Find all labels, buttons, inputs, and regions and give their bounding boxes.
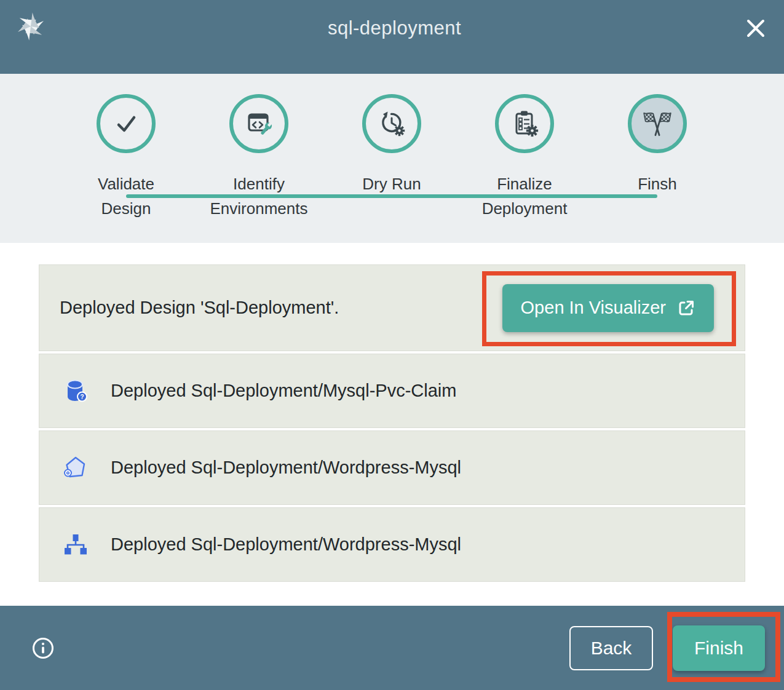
close-button[interactable] [743,16,768,41]
svg-text:?: ? [80,394,84,400]
info-icon [31,636,55,660]
info-button[interactable] [31,636,55,660]
deployed-item-text: Deployed Sql-Deployment/Wordpress-Mysql [111,534,461,555]
modal-header: sql-deployment [0,0,784,74]
modal-footer: Back Finish [0,606,784,690]
wizard-stepper: Validate Design [0,74,784,243]
close-icon [743,16,768,41]
sql-deployment-modal: sql-deployment Validate Design [0,0,784,690]
modal-title: sql-deployment [46,17,743,39]
check-icon [111,109,141,138]
deployment-results: Deployed Design 'Sql-Deployment'. Open I… [0,243,784,606]
deployed-design-row: Deployed Design 'Sql-Deployment'. Open I… [39,264,745,351]
hierarchy-icon [61,531,90,559]
checkered-flags-icon [642,108,673,139]
step-label: Finsh [638,172,677,196]
step-validate-design: Validate Design [60,74,192,243]
open-in-visualizer-button[interactable]: Open In Visualizer [502,284,714,332]
deployed-design-text: Deployed Design 'Sql-Deployment'. [60,298,339,318]
history-gear-icon [377,109,406,138]
deployed-item-row: Deployed Sql-Deployment/Wordpress-Mysql [39,430,745,505]
pentagon-icon [61,454,90,482]
external-link-icon [677,299,695,317]
deployed-item-text: Deployed Sql-Deployment/Wordpress-Mysql [111,458,461,478]
code-wrench-icon [244,109,274,138]
step-label: Dry Run [362,172,421,196]
finish-button[interactable]: Finish [673,625,765,671]
step-finalize-deployment: Finalize Deployment [458,74,591,243]
back-button[interactable]: Back [569,626,653,670]
step-label: Validate Design [73,172,179,221]
database-icon: ? [61,377,90,405]
deployed-item-row: Deployed Sql-Deployment/Wordpress-Mysql [39,507,745,582]
step-dry-run: Dry Run [325,74,458,243]
step-finish: Finsh [591,74,724,243]
meshery-logo-icon [16,11,46,41]
deployed-item-row: ? Deployed Sql-Deployment/Mysql-Pvc-Clai… [39,354,745,428]
clipboard-gear-icon [510,109,539,138]
step-identify-environments: Identify Environments [192,74,325,243]
step-label: Identify Environments [206,172,312,221]
step-label: Finalize Deployment [472,172,577,221]
deployed-item-text: Deployed Sql-Deployment/Mysql-Pvc-Claim [111,381,456,401]
